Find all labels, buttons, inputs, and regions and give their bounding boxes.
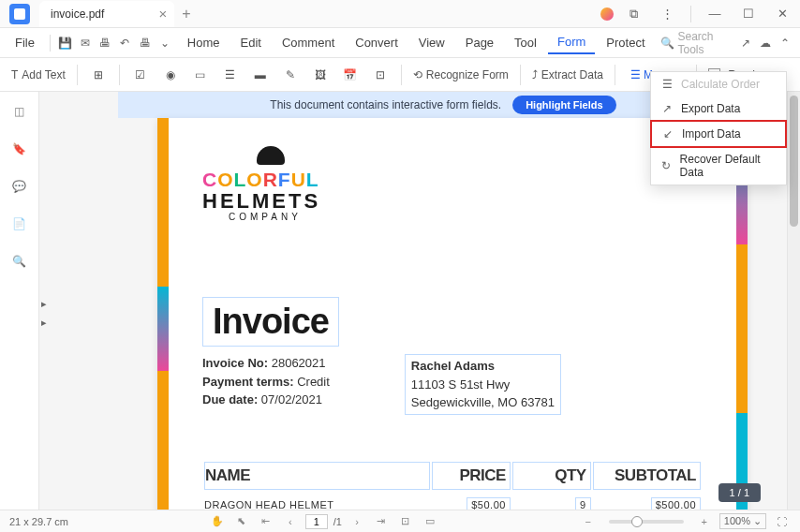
window-maximize-alt-icon[interactable]: ⧉ [619, 0, 647, 28]
import-data-item[interactable]: ↙ Import Data [650, 120, 787, 148]
prev-page-icon[interactable]: ‹ [281, 512, 300, 531]
title-bar: invoice.pdf × + ⧉ ⋮ — ☐ ✕ [0, 0, 800, 28]
extract-data-button[interactable]: ⤴ Extract Data [528, 62, 607, 88]
fit-width-icon[interactable]: ⊡ [396, 512, 415, 531]
col-qty[interactable]: QTY [512, 462, 591, 490]
page-total: /1 [333, 516, 342, 527]
highlight-fields-button[interactable]: Highlight Fields [512, 96, 616, 114]
fit-page-icon[interactable]: ▭ [421, 512, 439, 531]
scroll-thumb[interactable] [790, 96, 798, 227]
extract-icon: ⤴ [532, 68, 538, 81]
list-field-icon[interactable]: ☰ [217, 62, 244, 88]
thumbnails-icon[interactable]: ◫ [11, 103, 28, 120]
export-data-item[interactable]: ↗ Export Data [651, 96, 786, 121]
bookmark-icon[interactable]: 🔖 [11, 140, 28, 157]
ruler-marker: ▸ [41, 298, 47, 310]
close-tab-icon[interactable]: × [158, 6, 167, 22]
zoom-slider[interactable] [609, 520, 684, 524]
page-number-input[interactable] [305, 514, 328, 529]
export-icon: ↗ [660, 102, 674, 115]
menu-edit[interactable]: Edit [230, 32, 270, 53]
signature-field-icon[interactable]: ✎ [277, 62, 304, 88]
helmet-icon [257, 146, 285, 165]
file-menu[interactable]: File [6, 32, 44, 53]
search-icon[interactable]: 🔍 [11, 253, 28, 270]
next-page-icon[interactable]: › [348, 512, 366, 531]
save-icon[interactable]: 💾 [56, 33, 74, 53]
page-badge: 1 / 1 [719, 483, 761, 502]
app-icon [9, 4, 30, 24]
recover-icon: ↻ [660, 159, 673, 172]
comment-icon[interactable]: 💬 [11, 178, 28, 195]
price-field[interactable]: $50.00 [467, 497, 511, 510]
col-subtotal[interactable]: SUBTOTAL [593, 462, 701, 490]
menu-page[interactable]: Page [456, 32, 503, 53]
table-row: DRAGON HEAD HELMET $50.00 9 $500.00 [204, 492, 701, 510]
qty-field[interactable]: 9 [575, 497, 591, 510]
radio-field-icon[interactable]: ◉ [157, 62, 184, 88]
billing-address-field[interactable]: Rachel Adams 11103 S 51st Hwy Sedgewickv… [405, 354, 561, 415]
maximize-button[interactable]: ☐ [734, 0, 763, 28]
close-window-button[interactable]: ✕ [768, 0, 796, 28]
tab-title: invoice.pdf [51, 7, 104, 21]
list-icon: ☰ [660, 78, 674, 91]
redo-icon[interactable]: 🖶 [136, 33, 154, 53]
page-dimensions: 21 x 29.7 cm [9, 516, 68, 527]
search-icon: 🔍 [660, 37, 674, 50]
chevron-down-icon[interactable]: ⌄ [156, 33, 173, 53]
checkbox-field-icon[interactable]: ☑ [127, 62, 154, 88]
select-field-icon[interactable]: ⊞ [85, 62, 111, 88]
last-page-icon[interactable]: ⇥ [372, 512, 391, 531]
hamburger-icon: ☰ [630, 68, 641, 81]
date-field-icon[interactable]: 📅 [337, 62, 363, 88]
calculate-order-item: ☰ Calculate Order [651, 72, 786, 96]
banner-text: This document contains interactive form … [270, 98, 501, 111]
barcode-field-icon[interactable]: ⊡ [367, 62, 393, 88]
button-field-icon[interactable]: ▬ [247, 62, 274, 88]
search-tools[interactable]: 🔍 Search Tools [660, 30, 733, 56]
menu-protect[interactable]: Protect [597, 32, 654, 53]
vertical-scrollbar[interactable] [787, 92, 800, 510]
subtotal-field[interactable]: $500.00 [651, 497, 701, 510]
recognize-form-button[interactable]: ⟲ Recognize Form [409, 62, 512, 88]
combo-field-icon[interactable]: ▭ [187, 62, 214, 88]
mail-icon[interactable]: ✉ [76, 33, 94, 53]
zoom-in-icon[interactable]: + [695, 512, 714, 531]
collapse-icon[interactable]: ⌃ [777, 33, 794, 53]
cloud-icon[interactable]: ☁ [756, 33, 774, 53]
menu-home[interactable]: Home [178, 32, 230, 53]
document-tab[interactable]: invoice.pdf × [39, 1, 174, 27]
add-text-button[interactable]: T Add Text [7, 62, 69, 88]
ruler-marker: ▸ [41, 317, 47, 329]
more-dropdown: ☰ Calculate Order ↗ Export Data ↙ Import… [650, 71, 787, 185]
print-icon[interactable]: 🖶 [96, 33, 113, 53]
menu-tool[interactable]: Tool [505, 32, 546, 53]
profile-icon[interactable] [600, 7, 614, 21]
menu-comment[interactable]: Comment [273, 32, 344, 53]
minimize-button[interactable]: — [701, 0, 729, 28]
hand-tool-icon[interactable]: ✋ [208, 512, 227, 531]
recover-default-item[interactable]: ↻ Recover Default Data [651, 147, 786, 185]
kebab-menu-icon[interactable]: ⋮ [653, 0, 681, 28]
menu-convert[interactable]: Convert [346, 32, 407, 53]
zoom-select[interactable]: 100% ⌄ [719, 513, 766, 529]
menu-view[interactable]: View [409, 32, 454, 53]
status-bar: 21 x 29.7 cm ✋ ⬉ ⇤ ‹ /1 › ⇥ ⊡ ▭ − + 100%… [0, 510, 800, 532]
invoice-title[interactable]: Invoice [202, 297, 339, 347]
recognize-icon: ⟲ [413, 68, 422, 81]
attachment-icon[interactable]: 📄 [11, 215, 28, 232]
first-page-icon[interactable]: ⇤ [257, 512, 275, 531]
menu-form[interactable]: Form [548, 31, 595, 54]
share-icon[interactable]: ↗ [736, 33, 754, 53]
fullscreen-icon[interactable]: ⛶ [772, 512, 791, 531]
col-name[interactable]: NAME [204, 462, 430, 490]
menu-bar: File 💾 ✉ 🖶 ↶ 🖶 ⌄ Home Edit Comment Conve… [0, 28, 800, 58]
select-tool-icon[interactable]: ⬉ [232, 512, 251, 531]
invoice-meta: Invoice No: 28062021 Payment terms: Cred… [202, 354, 330, 415]
import-icon: ↙ [661, 127, 674, 140]
undo-icon[interactable]: ↶ [116, 33, 134, 53]
col-price[interactable]: PRICE [432, 462, 511, 490]
image-field-icon[interactable]: 🖼 [307, 62, 333, 88]
zoom-out-icon[interactable]: − [579, 512, 598, 531]
add-tab-button[interactable]: + [182, 6, 190, 22]
